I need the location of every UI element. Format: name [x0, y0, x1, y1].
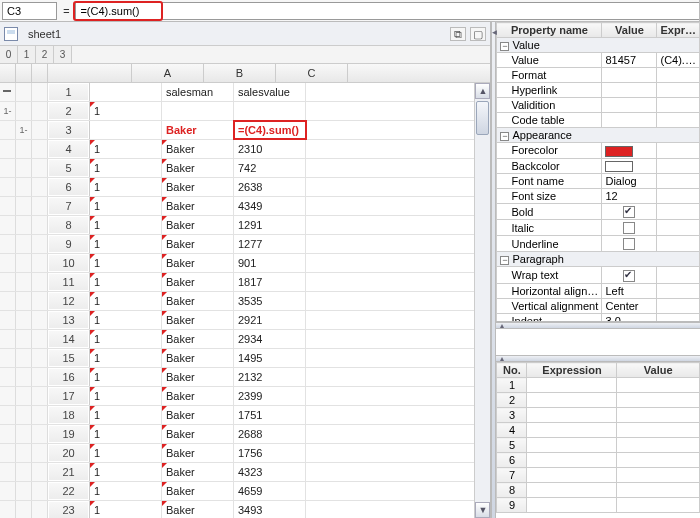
cell[interactable]: salesvalue: [234, 83, 306, 101]
cell[interactable]: salesman: [162, 83, 234, 101]
row-header[interactable]: 14: [48, 330, 90, 348]
expr-value[interactable]: [617, 378, 700, 393]
expr-row-num[interactable]: 9: [497, 498, 527, 513]
cell[interactable]: 1: [90, 330, 162, 348]
prop-value[interactable]: 12: [602, 189, 657, 204]
cell[interactable]: 4659: [234, 482, 306, 500]
prop-name[interactable]: Backcolor: [497, 158, 602, 174]
cell[interactable]: 1: [90, 254, 162, 272]
cell[interactable]: 2310: [234, 140, 306, 158]
outline-3[interactable]: 3: [54, 46, 72, 63]
expr-row-num[interactable]: 1: [497, 378, 527, 393]
cell[interactable]: [162, 102, 234, 120]
row-header[interactable]: 20: [48, 444, 90, 462]
cell[interactable]: 1: [90, 444, 162, 462]
row-header[interactable]: 10: [48, 254, 90, 272]
row-header[interactable]: 3: [48, 121, 90, 139]
expr-expression[interactable]: [527, 378, 617, 393]
expr-expression[interactable]: [527, 483, 617, 498]
row-header[interactable]: 17: [48, 387, 90, 405]
prop-name[interactable]: Indent: [497, 313, 602, 322]
prop-value[interactable]: 81457: [602, 53, 657, 68]
row-header[interactable]: 2: [48, 102, 90, 120]
collapse-icon[interactable]: −: [500, 132, 509, 141]
cell[interactable]: 1: [90, 273, 162, 291]
prop-expr[interactable]: [657, 83, 700, 98]
cell[interactable]: 1: [90, 216, 162, 234]
col-header-C[interactable]: C: [276, 64, 348, 82]
outline-1[interactable]: 1: [18, 46, 36, 63]
collapse-icon[interactable]: −: [500, 42, 509, 51]
row-header[interactable]: 12: [48, 292, 90, 310]
prop-name[interactable]: Italic: [497, 220, 602, 236]
scroll-up-icon[interactable]: ▲: [475, 83, 490, 99]
prop-expr[interactable]: [657, 236, 700, 252]
prop-name[interactable]: Underline: [497, 236, 602, 252]
expr-row-num[interactable]: 6: [497, 453, 527, 468]
collapse-icon[interactable]: −: [500, 256, 509, 265]
cell[interactable]: 3535: [234, 292, 306, 310]
cell[interactable]: 1: [90, 140, 162, 158]
prop-name[interactable]: Code table: [497, 113, 602, 128]
cell[interactable]: Baker: [162, 501, 234, 518]
prop-value[interactable]: 3.0: [602, 313, 657, 322]
expr-col-header[interactable]: Expression: [527, 363, 617, 378]
cell[interactable]: 1291: [234, 216, 306, 234]
cell[interactable]: 1: [90, 406, 162, 424]
cell[interactable]: Baker: [162, 178, 234, 196]
outline-0[interactable]: 0: [0, 46, 18, 63]
prop-expr[interactable]: [657, 267, 700, 283]
expr-row-num[interactable]: 5: [497, 438, 527, 453]
expr-expression[interactable]: [527, 423, 617, 438]
prop-group[interactable]: Appearance: [512, 129, 571, 141]
cell[interactable]: 2921: [234, 311, 306, 329]
row-header[interactable]: 9: [48, 235, 90, 253]
expr-value[interactable]: [617, 393, 700, 408]
prop-expr[interactable]: [657, 283, 700, 298]
row-header[interactable]: 13: [48, 311, 90, 329]
cell[interactable]: Baker: [162, 292, 234, 310]
cell[interactable]: 4323: [234, 463, 306, 481]
splitter-h-1[interactable]: [496, 322, 700, 329]
cell[interactable]: 742: [234, 159, 306, 177]
row-header[interactable]: 6: [48, 178, 90, 196]
expr-value[interactable]: [617, 423, 700, 438]
cell-ref-input[interactable]: [2, 2, 57, 20]
splitter-vertical[interactable]: [491, 22, 496, 518]
row-header[interactable]: 8: [48, 216, 90, 234]
prop-value[interactable]: [602, 204, 657, 220]
row-header[interactable]: 21: [48, 463, 90, 481]
maximize-icon[interactable]: ▢: [470, 27, 486, 41]
cell[interactable]: =(C4).sum(): [234, 121, 306, 139]
prop-name[interactable]: Font size: [497, 189, 602, 204]
sheet-tab[interactable]: sheet1: [22, 26, 67, 42]
checkbox[interactable]: [623, 222, 635, 234]
row-header[interactable]: 7: [48, 197, 90, 215]
cell[interactable]: Baker: [162, 463, 234, 481]
row-header[interactable]: 5: [48, 159, 90, 177]
prop-name[interactable]: Wrap text: [497, 267, 602, 283]
prop-name[interactable]: Vertical alignment: [497, 298, 602, 313]
cell[interactable]: 2132: [234, 368, 306, 386]
prop-value[interactable]: [602, 143, 657, 159]
expr-expression[interactable]: [527, 453, 617, 468]
cell[interactable]: 2934: [234, 330, 306, 348]
expr-row-num[interactable]: 7: [497, 468, 527, 483]
prop-value[interactable]: Left: [602, 283, 657, 298]
prop-col-header[interactable]: Property name: [497, 23, 602, 38]
prop-name[interactable]: Hyperlink: [497, 83, 602, 98]
prop-expr[interactable]: [657, 220, 700, 236]
row-header[interactable]: 22: [48, 482, 90, 500]
prop-value[interactable]: Dialog: [602, 174, 657, 189]
prop-value[interactable]: [602, 113, 657, 128]
checkbox[interactable]: [623, 270, 635, 282]
prop-expr[interactable]: [657, 204, 700, 220]
prop-col-header[interactable]: Expressi: [657, 23, 700, 38]
cell[interactable]: Baker: [162, 349, 234, 367]
cell[interactable]: 1: [90, 387, 162, 405]
splitter-h-2[interactable]: [496, 355, 700, 362]
prop-value[interactable]: [602, 68, 657, 83]
cell[interactable]: Baker: [162, 254, 234, 272]
expr-value[interactable]: [617, 438, 700, 453]
prop-name[interactable]: Bold: [497, 204, 602, 220]
